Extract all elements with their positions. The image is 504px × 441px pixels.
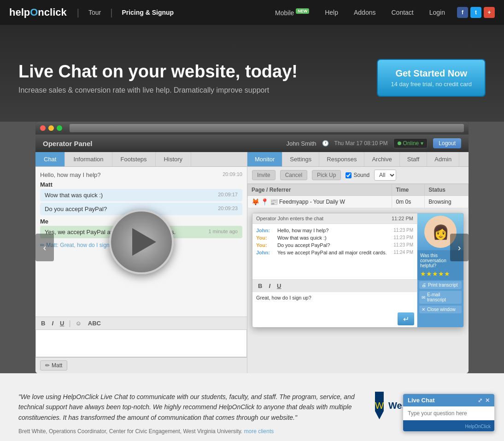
email-transcript-button[interactable]: ✉ E-mail transcript [419,291,462,304]
twitter-icon[interactable]: t [470,7,481,18]
system-msg-text: Hello, how may I help? [40,171,101,178]
nav-pricing[interactable]: Pricing & Signup [118,9,177,16]
tab-footsteps[interactable]: Footsteps [112,152,156,166]
tab-settings[interactable]: Settings [282,152,319,166]
nav-mobile[interactable]: Mobile NEW [271,9,313,17]
sound-checkbox[interactable] [346,172,352,178]
email-icon: ✉ [422,295,425,300]
sender-matt: Matt [40,181,242,188]
logout-button[interactable]: Logout [433,138,461,148]
hero-text: Live Chat on your website, today! Increa… [18,62,298,94]
googleplus-icon[interactable]: + [484,7,495,18]
row-status: Browsing [425,196,469,208]
widget-header: Live Chat ⤢ ✕ [403,394,494,406]
nav-divider-1: | [77,7,79,18]
popup-toolbar: B I U [252,279,417,292]
user-chip-matt[interactable]: Matt [40,360,67,370]
popup-text-2: Do you accept PayPal? [275,242,393,248]
tab-chat[interactable]: Chat [35,152,65,166]
demo-inner: ‹ Operator Panel John Smith 🕐 Thu Mar 17… [35,122,469,373]
play-button[interactable] [109,210,174,274]
spell-button[interactable]: ABC [86,319,103,328]
widget-close-icon[interactable]: ✕ [485,397,490,404]
tab-history[interactable]: History [156,152,191,166]
popup-underline[interactable]: U [275,282,283,290]
nav-addons[interactable]: Addons [350,9,379,16]
msg-time-0: 20:09:10 [223,171,242,177]
filter-select[interactable]: All [374,170,396,181]
table-row[interactable]: 🦊 📍 📰 Feedmyapp - Your Daily W 0m 0s Bro… [248,196,469,208]
popup-msg-1: You: Wow that was quick :) 11:23 PM [256,235,413,241]
next-arrow[interactable]: › [450,234,469,261]
nav-contact[interactable]: Contact [387,9,417,16]
prev-arrow[interactable]: ‹ [35,234,54,261]
underline-button[interactable]: U [58,319,66,328]
popup-system-time: 11:22 PM [392,216,413,221]
widget-brand: HelpOnClick [465,424,491,429]
invite-button[interactable]: Invite [252,170,275,180]
chat-panel: Chat Information Footsteps History Hello… [35,152,247,373]
popup-system-msg: Operator John enters the chat [256,216,323,221]
popup-text-1: Wow that was quick :) [275,235,393,241]
tab-responses[interactable]: Responses [319,152,364,166]
stars-rating[interactable]: ★★★★★ [420,270,461,277]
send-button[interactable]: ↵ [398,312,414,325]
sound-label: Sound [353,172,369,178]
bold-button[interactable]: B [39,319,47,328]
popup-sidebar: 👩 Was this conversation helpful? ★★★★★ 🖨… [417,213,463,327]
cta-button[interactable]: Get Started Now 14 day free trial, no cr… [377,59,486,97]
chat-tabs: Chat Information Footsteps History [35,152,247,167]
emoji-button[interactable]: ☺ [74,319,83,328]
nav-help[interactable]: Help [321,9,342,16]
location-icon: 📍 [261,198,269,206]
nav-divider-2: | [110,7,112,18]
nav-tour[interactable]: Tour [85,9,105,16]
widget-expand-icon[interactable]: ⤢ [478,397,482,404]
testimonial-text: "We love using HelpOnClick Live Chat to … [18,392,357,436]
print-transcript-button[interactable]: 🖨 Print transcript [419,281,462,289]
sound-control[interactable]: Sound [346,172,369,178]
italic-button[interactable]: I [50,319,55,328]
popup-input[interactable]: Great, how do I sign up? [252,292,417,311]
close-x-icon: ✕ [422,307,425,312]
new-badge: NEW [296,8,309,14]
tab-staff[interactable]: Staff [400,152,428,166]
tab-archive[interactable]: Archive [364,152,399,166]
popup-bold[interactable]: B [256,282,264,290]
popup-italic[interactable]: I [267,282,272,290]
status-label: Online [403,140,419,147]
cta-main-text: Get Started Now [391,68,472,79]
testimonial-quote: "We love using HelpOnClick Live Chat to … [18,392,357,423]
col-time: Time [392,184,425,196]
row-time: 0m 0s [392,196,425,208]
row-page: 🦊 📍 📰 Feedmyapp - Your Daily W [248,196,392,208]
operator-name: John Smith [287,140,316,147]
close-window-button[interactable]: ✕ Close window [419,306,462,313]
monitor-actions: Invite Cancel Pick Up Sound All [247,167,469,184]
chat-input[interactable] [35,329,247,357]
operator-status[interactable]: Online ▾ [393,138,428,148]
facebook-icon[interactable]: f [457,7,468,18]
operator-panel-title: Operator Panel [43,140,93,147]
widget-input[interactable] [403,406,494,420]
widget-header-actions: ⤢ ✕ [478,397,490,404]
pickup-button[interactable]: Pick Up [312,170,341,180]
more-clients-link[interactable]: more clients [244,428,274,435]
logo[interactable]: helpOnclick [9,6,67,18]
popup-who-1: You: [256,235,275,241]
tab-admin[interactable]: Admin [427,152,459,166]
tab-information[interactable]: Information [65,152,112,166]
message-1: Wow that was quick :) 20:09:17 [40,189,242,201]
popup-msg-0: John: Hello, how may I help? 11:23 PM [256,228,413,233]
cta-sub-text: 14 day free trial, no credit card [391,81,472,88]
nav-login[interactable]: Login [426,9,449,16]
toolbar-sep-1: | [69,319,70,328]
row-icons: 🦊 📍 📰 Feedmyapp - Your Daily W [252,198,388,206]
print-icon: 🖨 [422,282,426,288]
cancel-button[interactable]: Cancel [280,170,307,180]
msg-time-3: 1 minute ago [208,229,238,234]
popup-who-3: John: [256,250,275,255]
tab-monitor[interactable]: Monitor [247,152,282,166]
hero-section: Live Chat on your website, today! Increa… [0,25,504,122]
msg-time-1: 20:09:17 [218,192,238,197]
